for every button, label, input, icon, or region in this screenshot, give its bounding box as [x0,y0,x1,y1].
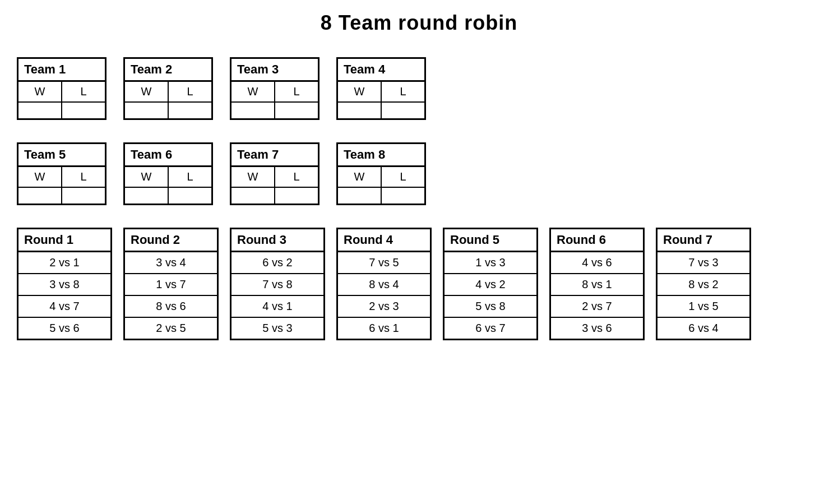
data-cell-l[interactable] [169,103,211,118]
match-row: 4 vs 6 [551,252,643,274]
team-table-7: Team 7WL [230,142,320,205]
col-header-w: W [232,82,275,101]
match-row: 1 vs 7 [125,274,217,296]
team-table-6: Team 6WL [123,142,213,205]
data-cell-l[interactable] [169,188,211,204]
page-title: 8 Team round robin [17,11,821,35]
data-cell-w[interactable] [338,103,382,118]
team-name-1: Team 1 [18,59,105,82]
col-header-w: W [18,167,62,187]
match-row: 3 vs 4 [125,252,217,274]
col-header-w: W [338,167,382,187]
match-row: 8 vs 1 [551,274,643,296]
round-table-4: Round 47 vs 58 vs 42 vs 36 vs 1 [336,228,432,340]
match-row: 2 vs 5 [125,318,217,339]
match-row: 8 vs 6 [125,296,217,318]
col-header-l: L [275,167,318,187]
round-table-7: Round 77 vs 38 vs 21 vs 56 vs 4 [656,228,751,340]
data-cell-w[interactable] [232,188,275,204]
match-row: 2 vs 7 [551,296,643,318]
data-cell-l[interactable] [275,103,318,118]
team-name-6: Team 6 [125,144,211,167]
match-row: 6 vs 1 [338,318,430,339]
team-table-2: Team 2WL [123,57,213,120]
data-cell-w[interactable] [125,103,169,118]
team-name-3: Team 3 [232,59,318,82]
match-row: 2 vs 3 [338,296,430,318]
round-table-2: Round 23 vs 41 vs 78 vs 62 vs 5 [123,228,219,340]
round-table-6: Round 64 vs 68 vs 12 vs 73 vs 6 [549,228,645,340]
match-row: 6 vs 4 [658,318,749,339]
col-header-l: L [275,82,318,101]
team-table-3: Team 3WL [230,57,320,120]
data-cell-l[interactable] [275,188,318,204]
data-cell-l[interactable] [62,103,105,118]
col-header-w: W [18,82,62,101]
round-name-4: Round 4 [338,229,430,252]
round-table-1: Round 12 vs 13 vs 84 vs 75 vs 6 [17,228,112,340]
round-name-3: Round 3 [232,229,323,252]
col-header-w: W [125,82,169,101]
team-name-5: Team 5 [18,144,105,167]
col-header-l: L [382,82,424,101]
round-name-1: Round 1 [18,229,110,252]
match-row: 5 vs 8 [445,296,536,318]
round-name-7: Round 7 [658,229,749,252]
match-row: 2 vs 1 [18,252,110,274]
match-row: 6 vs 7 [445,318,536,339]
team-table-4: Team 4WL [336,57,426,120]
col-header-w: W [232,167,275,187]
col-header-w: W [338,82,382,101]
match-row: 1 vs 3 [445,252,536,274]
match-row: 1 vs 5 [658,296,749,318]
match-row: 5 vs 3 [232,318,323,339]
data-cell-w[interactable] [18,188,62,204]
team-table-8: Team 8WL [336,142,426,205]
data-cell-w[interactable] [125,188,169,204]
data-cell-w[interactable] [18,103,62,118]
data-cell-l[interactable] [382,188,424,204]
match-row: 4 vs 7 [18,296,110,318]
col-header-l: L [62,167,105,187]
match-row: 4 vs 1 [232,296,323,318]
match-row: 5 vs 6 [18,318,110,339]
team-table-5: Team 5WL [17,142,107,205]
round-name-5: Round 5 [445,229,536,252]
round-table-5: Round 51 vs 34 vs 25 vs 86 vs 7 [443,228,538,340]
col-header-l: L [169,167,211,187]
match-row: 4 vs 2 [445,274,536,296]
team-name-8: Team 8 [338,144,424,167]
data-cell-w[interactable] [232,103,275,118]
team-name-7: Team 7 [232,144,318,167]
round-name-6: Round 6 [551,229,643,252]
team-name-4: Team 4 [338,59,424,82]
teams-row-1: Team 1WLTeam 2WLTeam 3WLTeam 4WL [17,57,821,120]
match-row: 3 vs 6 [551,318,643,339]
match-row: 7 vs 8 [232,274,323,296]
match-row: 8 vs 2 [658,274,749,296]
data-cell-l[interactable] [382,103,424,118]
col-header-w: W [125,167,169,187]
col-header-l: L [382,167,424,187]
col-header-l: L [62,82,105,101]
match-row: 8 vs 4 [338,274,430,296]
round-name-2: Round 2 [125,229,217,252]
rounds-row: Round 12 vs 13 vs 84 vs 75 vs 6Round 23 … [17,228,821,340]
data-cell-w[interactable] [338,188,382,204]
teams-row-2: Team 5WLTeam 6WLTeam 7WLTeam 8WL [17,142,821,205]
data-cell-l[interactable] [62,188,105,204]
col-header-l: L [169,82,211,101]
match-row: 3 vs 8 [18,274,110,296]
team-table-1: Team 1WL [17,57,107,120]
round-table-3: Round 36 vs 27 vs 84 vs 15 vs 3 [230,228,325,340]
team-name-2: Team 2 [125,59,211,82]
match-row: 7 vs 3 [658,252,749,274]
match-row: 6 vs 2 [232,252,323,274]
match-row: 7 vs 5 [338,252,430,274]
